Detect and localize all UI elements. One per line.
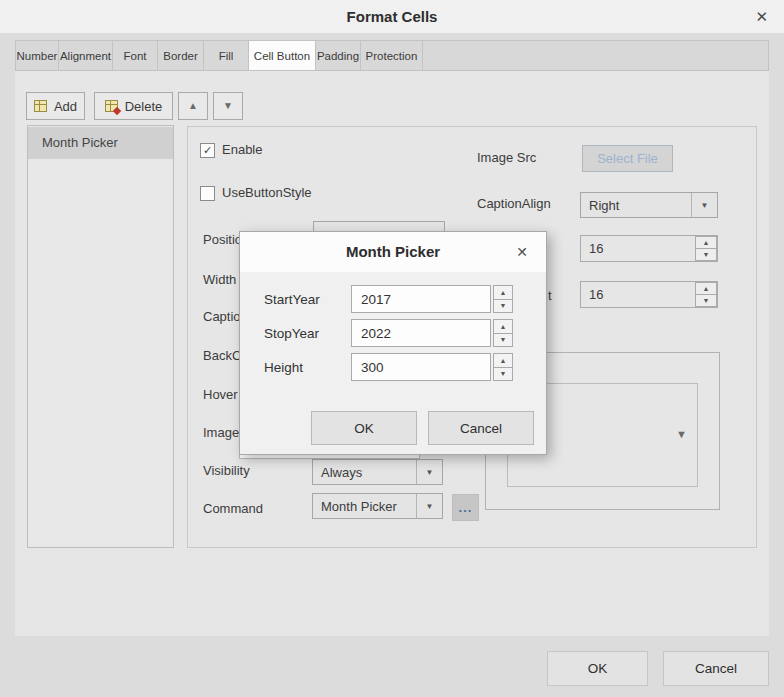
tab-protection[interactable]: Protection [361,41,423,70]
spin-down-icon[interactable]: ▼ [695,294,717,307]
image-label: Image [203,425,239,441]
tab-fill[interactable]: Fill [204,41,249,70]
check-icon: ✓ [203,144,212,157]
partial-label-fragment: t [548,288,552,303]
cancel-button[interactable]: Cancel [663,651,769,686]
caption-align-dropdown-icon: ▼ [691,193,717,217]
spin-down-icon[interactable]: ▼ [493,367,513,382]
tab-font[interactable]: Font [113,41,158,70]
preview-dropdown-icon: ▼ [676,428,687,440]
startyear-spinner[interactable]: 2017 ▲ ▼ [351,285,513,313]
delete-button-label: Delete [125,99,163,114]
stopyear-spinner[interactable]: 2022 ▲ ▼ [351,319,513,347]
image-src-label: Image Src [477,150,536,166]
stopyear-label: StopYear [264,319,319,347]
visibility-label: Visibility [203,463,250,479]
command-value: Month Picker [313,499,416,514]
image-width-value: 16 [581,236,695,261]
spin-up-icon[interactable]: ▲ [493,353,513,368]
tab-number[interactable]: Number [16,41,59,70]
list-item-month-picker[interactable]: Month Picker [28,127,173,159]
visibility-value: Always [313,465,416,480]
spin-down-icon[interactable]: ▼ [695,248,717,261]
image-height-value: 16 [581,282,695,307]
image-width-spinner[interactable]: 16 ▲ ▼ [580,235,718,262]
caption-align-combo[interactable]: Right ▼ [580,192,718,218]
move-down-button[interactable]: ▼ [213,92,243,120]
delete-grid-icon [105,100,118,112]
spin-down-icon[interactable]: ▼ [493,299,513,314]
spin-up-icon[interactable]: ▲ [493,285,513,300]
modal-close-icon[interactable]: ✕ [516,232,528,272]
use-button-style-checkbox[interactable] [200,186,215,201]
caption-align-value: Right [581,198,691,213]
month-picker-modal: Month Picker ✕ StartYear 2017 ▲ ▼ StopYe… [239,231,547,455]
tab-alignment[interactable]: Alignment [59,41,113,70]
spin-down-icon[interactable]: ▼ [493,333,513,348]
visibility-dropdown-icon: ▼ [416,460,442,484]
tab-padding[interactable]: Padding [316,41,361,70]
stopyear-value[interactable]: 2022 [351,319,491,347]
height-spinner[interactable]: 300 ▲ ▼ [351,353,513,381]
modal-cancel-button[interactable]: Cancel [428,411,534,445]
visibility-combo[interactable]: Always ▼ [312,459,443,485]
use-button-style-row: UseButtonStyle [200,185,312,201]
command-label: Command [203,501,263,517]
close-icon[interactable]: ✕ [755,0,768,33]
use-button-style-label: UseButtonStyle [222,185,312,201]
move-up-button[interactable]: ▲ [178,92,208,120]
modal-ok-button[interactable]: OK [311,411,417,445]
startyear-label: StartYear [264,285,320,313]
down-arrow-icon: ▼ [223,101,233,111]
ok-button[interactable]: OK [547,651,648,686]
caption-align-label: CaptionAlign [477,196,551,212]
enable-checkbox[interactable]: ✓ [200,143,215,158]
command-more-button[interactable]: ... [452,494,479,521]
format-cells-dialog: Format Cells ✕ Number Alignment Font Bor… [0,0,784,697]
modal-title: Month Picker [240,232,546,272]
spin-up-icon[interactable]: ▲ [493,319,513,334]
add-grid-icon [34,100,47,112]
modal-header: Month Picker ✕ [240,232,546,272]
enable-label: Enable [222,142,262,158]
width-label: Width [203,272,236,288]
tab-cell-button[interactable]: Cell Button [249,41,316,70]
command-combo[interactable]: Month Picker ▼ [312,493,443,519]
add-button[interactable]: Add [26,92,85,120]
tab-strip: Number Alignment Font Border Fill Cell B… [15,40,769,71]
select-file-button[interactable]: Select File [582,145,673,172]
height-value[interactable]: 300 [351,353,491,381]
delete-button[interactable]: Delete [94,92,173,120]
add-button-label: Add [54,99,77,114]
dialog-title: Format Cells [0,0,784,33]
enable-row: ✓ Enable [200,142,262,158]
command-dropdown-icon: ▼ [416,494,442,518]
delete-badge-icon [112,107,120,115]
hover-label: Hover [203,387,238,403]
dialog-footer: OK Cancel [0,636,784,697]
tab-border[interactable]: Border [158,41,204,70]
cell-button-list: Month Picker [27,125,174,548]
startyear-value[interactable]: 2017 [351,285,491,313]
titlebar: Format Cells ✕ [0,0,784,33]
height-label: Height [264,353,303,381]
image-height-spinner[interactable]: 16 ▲ ▼ [580,281,718,308]
up-arrow-icon: ▲ [188,101,198,111]
